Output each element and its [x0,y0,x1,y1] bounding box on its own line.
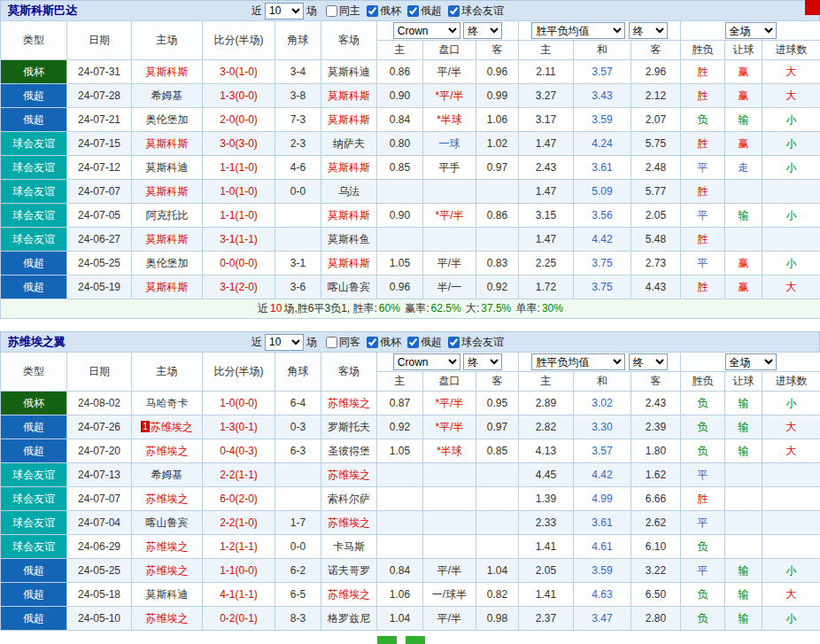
russian-cup-checkbox[interactable] [367,5,378,17]
home-team-cell[interactable]: 苏维埃之 [132,559,203,583]
handicap-away-odds-cell: 0.92 [476,275,519,299]
club-friendly-checkbox[interactable] [448,337,460,348]
home-team-cell[interactable]: 1苏维埃之 [132,415,203,439]
goals-cell: 大 [762,60,820,84]
away-team-cell[interactable]: 圣彼得堡 [321,439,377,463]
corner-cell: 6-4 [275,392,321,415]
away-team-cell[interactable]: 莫斯科斯 [321,156,377,180]
avg-win-cell: 4.13 [519,439,574,463]
away-team-cell[interactable]: 纳萨夫 [321,132,377,156]
match-row: 俄超 24-07-20 苏维埃之 0-4(0-3) 6-3 圣彼得堡 1.05 … [1,439,820,463]
home-team-cell[interactable]: 苏维埃之 [132,607,203,631]
avg-draw-cell: 4.42 [574,228,631,252]
odds-company-select[interactable]: Crown [393,22,460,39]
russian-premier-checkbox[interactable] [407,337,419,348]
club-friendly-checkbox[interactable] [448,5,460,17]
away-team-cell[interactable]: 莫斯科斯 [321,204,377,228]
avg-type-select[interactable]: 胜平负均值 [531,22,625,39]
home-team-cell[interactable]: 马哈奇卡 [132,392,203,415]
home-team-name: 莫斯科迪 [146,161,189,174]
scope-select[interactable]: 全场 [725,353,777,370]
date-cell: 24-07-05 [67,204,132,228]
score-cell: 1-1(1-0) [203,156,275,180]
home-team-cell[interactable]: 希姆基 [132,463,203,487]
away-team-cell[interactable]: 莫斯科斯 [321,84,377,108]
avg-state-select[interactable]: 终 [629,22,668,39]
date-cell: 24-07-31 [67,60,132,84]
away-team-cell[interactable]: 诺夫哥罗 [321,559,377,583]
away-team-cell[interactable]: 乌法 [321,180,377,204]
clipped-summary-fragment [377,636,397,644]
home-team-cell[interactable]: 莫斯科斯 [132,228,203,252]
date-cell: 24-05-10 [67,607,132,631]
same-away-checkbox[interactable] [326,337,337,348]
summary-segment: 10 [270,302,282,314]
result-cell: 胜 [681,275,725,299]
home-team-cell[interactable]: 莫斯科斯 [132,132,203,156]
away-team-cell[interactable]: 莫斯科迪 [321,60,377,84]
league-type-cell: 球会友谊 [1,511,67,535]
score-cell: 2-0(0-0) [203,108,275,132]
odds-company-select[interactable]: Crown [393,353,460,370]
away-team-cell[interactable]: 苏维埃之 [321,463,377,487]
away-team-name: 乌法 [338,185,360,198]
home-team-cell[interactable]: 莫斯科迪 [132,583,203,607]
scope-select[interactable]: 全场 [725,22,777,39]
away-team-cell[interactable]: 莫斯科斯 [321,108,377,132]
match-count-select[interactable]: 10 [265,334,304,351]
avg-draw-cell: 4.42 [574,463,631,487]
handicap-away-odds-cell [476,487,519,511]
russian-cup-checkbox[interactable] [367,337,378,348]
russian-premier-checkbox[interactable] [407,5,419,17]
summary-segment: 大: [463,302,480,314]
away-team-cell[interactable]: 莫斯科斯 [321,252,377,275]
avg-win-cell: 3.17 [519,108,574,132]
home-team-cell[interactable]: 奥伦堡加 [132,108,203,132]
match-row: 球会友谊 24-06-29 苏维埃之 1-2(1-1) 0-0 卡马斯 1.41… [1,535,820,559]
handicap-result-cell: 输 [725,108,762,132]
same-home-checkbox[interactable] [326,5,337,17]
col-avg-draw: 和 [574,372,631,392]
match-row: 球会友谊 24-07-07 苏维埃之 6-0(2-0) 索科尔萨 1.39 4.… [1,487,820,511]
handicap-away-odds-cell [476,228,519,252]
handicap-cell: 半/一 [423,275,476,299]
home-team-cell[interactable]: 苏维埃之 [132,439,203,463]
home-team-cell[interactable]: 莫斯科斯 [132,60,203,84]
handicap-dropdown-group: Crown 终 [377,21,519,41]
avg-draw-cell: 3.75 [574,275,631,299]
away-team-cell[interactable]: 苏维埃之 [321,392,377,415]
home-team-cell[interactable]: 苏维埃之 [132,487,203,511]
home-team-cell[interactable]: 苏维埃之 [132,535,203,559]
away-team-cell[interactable]: 罗斯托夫 [321,415,377,439]
home-team-cell[interactable]: 莫斯科斯 [132,180,203,204]
home-team-name: 苏维埃之 [146,540,189,553]
corner-red-button[interactable] [805,0,820,15]
home-team-cell[interactable]: 奥伦堡加 [132,252,203,275]
avg-type-select[interactable]: 胜平负均值 [531,353,625,370]
away-team-cell[interactable]: 格罗兹尼 [321,607,377,631]
date-cell: 24-07-28 [67,84,132,108]
match-count-select[interactable]: 10 [265,3,304,19]
away-team-cell[interactable]: 喀山鲁宾 [321,275,377,299]
goals-cell [762,180,820,204]
away-team-cell[interactable]: 莫斯科鱼 [321,228,377,252]
score-cell: 2-2(1-1) [203,463,275,487]
league-type-cell: 俄超 [1,607,67,631]
home-team-cell[interactable]: 莫斯科迪 [132,156,203,180]
home-team-cell[interactable]: 阿克托比 [132,204,203,228]
avg-state-select[interactable]: 终 [629,353,668,370]
goals-cell: 小 [762,392,820,415]
away-team-cell[interactable]: 苏维埃之 [321,583,377,607]
away-team-cell[interactable]: 卡马斯 [321,535,377,559]
home-team-cell[interactable]: 莫斯科斯 [132,275,203,299]
col-score: 比分(半场) [203,21,275,60]
away-team-cell[interactable]: 索科尔萨 [321,487,377,511]
avg-lose-cell: 2.43 [631,392,681,415]
avg-lose-cell: 2.07 [631,108,681,132]
odds-state-select[interactable]: 终 [463,22,502,39]
home-team-cell[interactable]: 希姆基 [132,84,203,108]
away-team-cell[interactable]: 苏维埃之 [321,511,377,535]
home-team-cell[interactable]: 喀山鲁宾 [132,511,203,535]
odds-state-select[interactable]: 终 [463,353,502,370]
avg-draw-cell: 3.56 [574,204,631,228]
